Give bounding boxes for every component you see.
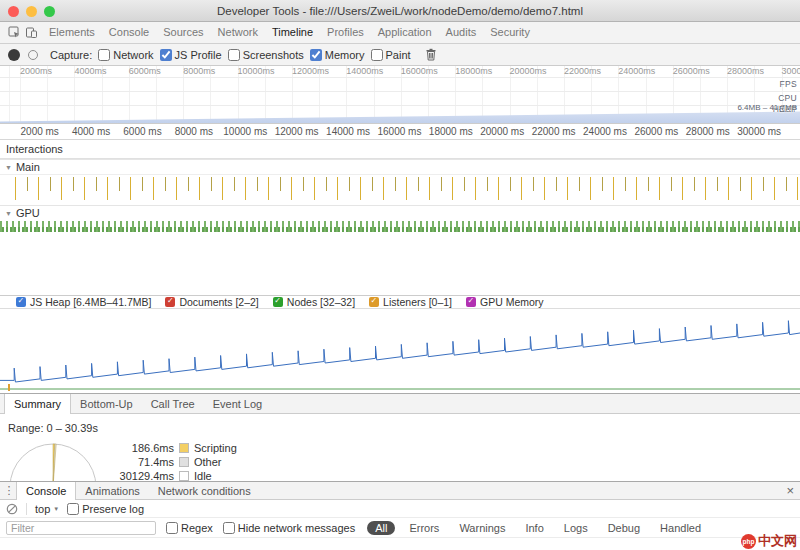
execution-context-selector[interactable]: top ▼ bbox=[35, 503, 59, 515]
minimize-window-button[interactable] bbox=[26, 6, 37, 17]
tab-elements[interactable]: Elements bbox=[42, 22, 102, 43]
clear-console-icon[interactable] bbox=[6, 503, 18, 515]
preserve-log-input[interactable] bbox=[67, 503, 79, 515]
tab-sources[interactable]: Sources bbox=[156, 22, 210, 43]
main-section-header[interactable]: ▼ Main bbox=[0, 159, 800, 175]
checked-checkbox-icon[interactable] bbox=[16, 297, 26, 307]
tab-call-tree[interactable]: Call Tree bbox=[142, 394, 204, 413]
level-warnings[interactable]: Warnings bbox=[453, 521, 511, 535]
capture-paint-checkbox[interactable]: Paint bbox=[371, 49, 411, 61]
main-flamechart-track[interactable] bbox=[0, 175, 800, 205]
ruler-label: 12000 ms bbox=[271, 126, 322, 137]
level-all[interactable]: All bbox=[367, 521, 395, 535]
capture-memory-checkbox[interactable]: Memory bbox=[310, 49, 365, 61]
checked-checkbox-icon[interactable] bbox=[466, 297, 476, 307]
hide-network-input[interactable] bbox=[223, 522, 235, 534]
checked-checkbox-icon[interactable] bbox=[273, 297, 283, 307]
level-handled[interactable]: Handled bbox=[654, 521, 707, 535]
drawer-tab-animations[interactable]: Animations bbox=[76, 482, 148, 499]
disclosure-triangle-icon[interactable]: ▼ bbox=[5, 210, 12, 217]
tab-network[interactable]: Network bbox=[211, 22, 265, 43]
tab-timeline[interactable]: Timeline bbox=[265, 22, 320, 43]
close-window-button[interactable] bbox=[8, 6, 19, 17]
ruler-label: 6000ms bbox=[129, 66, 183, 77]
tab-audits[interactable]: Audits bbox=[439, 22, 484, 43]
drawer-tab-network-conditions[interactable]: Network conditions bbox=[149, 482, 260, 499]
preserve-log-checkbox[interactable]: Preserve log bbox=[67, 503, 144, 515]
trash-icon[interactable] bbox=[425, 48, 437, 61]
tab-security[interactable]: Security bbox=[483, 22, 537, 43]
summary-pie-svg bbox=[6, 440, 100, 481]
inspect-icon[interactable] bbox=[8, 26, 21, 39]
console-level-filters: All Errors Warnings Info Logs Debug Hand… bbox=[367, 521, 707, 535]
regex-input[interactable] bbox=[166, 522, 178, 534]
counter-documents[interactable]: Documents [2–2] bbox=[165, 296, 258, 308]
filter-input[interactable] bbox=[6, 521, 156, 535]
level-errors[interactable]: Errors bbox=[403, 521, 445, 535]
ruler-label: 20000ms bbox=[510, 66, 564, 77]
capture-jsprofile-checkbox[interactable]: JS Profile bbox=[160, 49, 222, 61]
tab-summary[interactable]: Summary bbox=[4, 394, 71, 414]
tab-profiles[interactable]: Profiles bbox=[320, 22, 371, 43]
tab-bottom-up[interactable]: Bottom-Up bbox=[71, 394, 142, 413]
counter-nodes[interactable]: Nodes [32–32] bbox=[273, 296, 355, 308]
clear-recording-button[interactable] bbox=[28, 50, 38, 60]
php-logo-icon: php bbox=[741, 534, 756, 549]
jsprofile-checkbox-input[interactable] bbox=[160, 49, 172, 61]
tab-event-log[interactable]: Event Log bbox=[204, 394, 272, 413]
ruler-label: 10000 ms bbox=[220, 126, 271, 137]
level-logs[interactable]: Logs bbox=[558, 521, 594, 535]
drawer-tab-console[interactable]: Console bbox=[16, 482, 76, 500]
disclosure-triangle-icon[interactable]: ▼ bbox=[5, 164, 12, 171]
timeline-toolbar: Capture: Network JS Profile Screenshots … bbox=[0, 44, 800, 66]
chevron-down-icon: ▼ bbox=[53, 506, 59, 512]
checked-checkbox-icon[interactable] bbox=[165, 297, 175, 307]
tab-console[interactable]: Console bbox=[102, 22, 156, 43]
ruler-label: 20000 ms bbox=[477, 126, 528, 137]
level-debug[interactable]: Debug bbox=[602, 521, 646, 535]
ruler-label: 6000 ms bbox=[117, 126, 168, 137]
level-info[interactable]: Info bbox=[519, 521, 549, 535]
capture-screenshots-checkbox[interactable]: Screenshots bbox=[228, 49, 304, 61]
memory-chart[interactable] bbox=[0, 309, 800, 393]
counter-listeners[interactable]: Listeners [0–1] bbox=[369, 296, 452, 308]
flamechart-empty-area[interactable] bbox=[0, 233, 800, 295]
hide-network-messages-checkbox[interactable]: Hide network messages bbox=[223, 522, 355, 534]
checked-checkbox-icon[interactable] bbox=[369, 297, 379, 307]
ruler-label: 2000ms bbox=[20, 66, 74, 77]
ruler-label: 28000 ms bbox=[682, 126, 733, 137]
tab-application[interactable]: Application bbox=[371, 22, 439, 43]
ruler-label: 30000ms bbox=[781, 66, 800, 77]
paint-checkbox-input[interactable] bbox=[371, 49, 383, 61]
screenshots-checkbox-input[interactable] bbox=[228, 49, 240, 61]
marker-tick bbox=[8, 384, 10, 391]
console-drawer: ⋮ Console Animations Network conditions … bbox=[0, 481, 800, 550]
main-section-label: Main bbox=[16, 161, 40, 173]
summary-legend: 186.6ms Scripting 71.4ms Other 30129.4ms… bbox=[112, 442, 237, 481]
other-swatch bbox=[179, 457, 189, 467]
regex-checkbox[interactable]: Regex bbox=[166, 522, 213, 534]
drawer-tabbar: ⋮ Console Animations Network conditions … bbox=[0, 482, 800, 500]
more-tabs-icon[interactable]: ⋮ bbox=[2, 482, 16, 499]
counter-js-heap[interactable]: JS Heap [6.4MB–41.7MB] bbox=[16, 296, 151, 308]
record-button[interactable] bbox=[8, 49, 20, 61]
device-toolbar-icon[interactable] bbox=[25, 26, 38, 39]
timeline-overview[interactable]: 2000ms 4000ms 6000ms 8000ms 10000ms 1200… bbox=[0, 66, 800, 124]
range-label: Range: 0 – 30.39s bbox=[8, 422, 98, 434]
console-toolbar: top ▼ Preserve log bbox=[0, 500, 800, 518]
timeline-ruler[interactable]: 2000 ms 4000 ms 6000 ms 8000 ms 10000 ms… bbox=[0, 124, 800, 140]
close-drawer-icon[interactable]: × bbox=[786, 483, 794, 499]
summary-row-idle: 30129.4ms Idle bbox=[112, 470, 237, 481]
counter-gpu-memory[interactable]: GPU Memory bbox=[466, 296, 544, 308]
overview-heap-range: 6.4MB – 41.7MB bbox=[737, 103, 797, 112]
ruler-label: 22000ms bbox=[564, 66, 618, 77]
gpu-section-header[interactable]: ▼ GPU bbox=[0, 205, 800, 220]
gpu-track[interactable] bbox=[0, 220, 800, 233]
memory-counters-bar: JS Heap [6.4MB–41.7MB] Documents [2–2] N… bbox=[0, 295, 800, 309]
ruler-label: 18000ms bbox=[455, 66, 509, 77]
capture-network-checkbox[interactable]: Network bbox=[98, 49, 153, 61]
console-messages-area[interactable]: php 中文网 bbox=[0, 538, 800, 550]
zoom-window-button[interactable] bbox=[44, 6, 55, 17]
memory-checkbox-input[interactable] bbox=[310, 49, 322, 61]
network-checkbox-input[interactable] bbox=[98, 49, 110, 61]
